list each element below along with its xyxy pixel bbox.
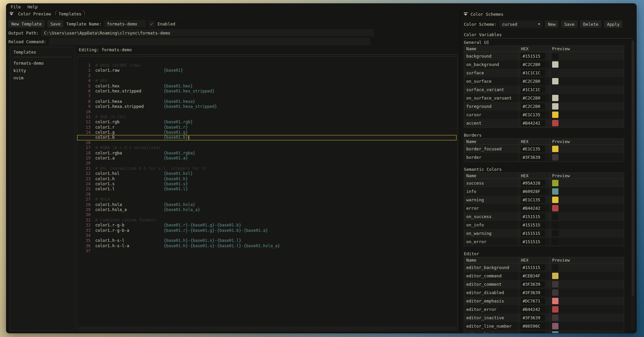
- color-swatch[interactable]: [552, 180, 558, 186]
- scheme-save-button[interactable]: Save: [561, 20, 577, 28]
- code-line-25[interactable]: 25color1.l{base01.l}: [77, 187, 457, 192]
- color-swatch[interactable]: [552, 197, 558, 203]
- color-swatch[interactable]: [552, 315, 558, 321]
- color-swatch[interactable]: [552, 289, 558, 296]
- template-name-input[interactable]: formats-demo: [104, 20, 146, 27]
- color-swatch[interactable]: [552, 264, 558, 271]
- code-line-9[interactable]: 9color1.hexa.stripped{base01.hexa_stripp…: [77, 104, 457, 109]
- code-line-8[interactable]: 8color1.hexa{base01.hexa}: [77, 99, 457, 104]
- hex-value-input[interactable]: #1C1C1C: [521, 86, 545, 93]
- code-line-4[interactable]: 4# HEX: [77, 78, 457, 83]
- code-line-24[interactable]: 24color1.s{base01.s}: [77, 182, 457, 187]
- code-line-30[interactable]: 30: [77, 212, 457, 217]
- hex-value-input[interactable]: #C2C2B0: [521, 78, 545, 84]
- color-swatch[interactable]: [552, 188, 558, 195]
- hex-value-input[interactable]: #C2C2B0: [521, 95, 545, 101]
- color-swatch[interactable]: [552, 205, 558, 211]
- code-line-7[interactable]: 7: [77, 94, 457, 99]
- hex-value-input[interactable]: #E1C135: [521, 112, 545, 118]
- color-swatch[interactable]: [552, 112, 558, 118]
- color-swatch[interactable]: [552, 86, 558, 93]
- color-scheme-select[interactable]: cursed ▼: [499, 20, 542, 28]
- code-line-35[interactable]: 35color1.h-s-l{base01.h}-{base01.s}-{bas…: [77, 238, 457, 243]
- hex-value-input[interactable]: #CEB34F: [521, 273, 545, 279]
- tab-templates[interactable]: Templates: [56, 11, 85, 17]
- color-swatch[interactable]: [552, 120, 558, 126]
- code-line-29[interactable]: 29color1.hsla_a{base01.hsla_a}: [77, 207, 457, 212]
- color-swatch[interactable]: [552, 53, 558, 59]
- collapse-window-icon[interactable]: [464, 12, 468, 16]
- color-swatch[interactable]: [552, 103, 558, 110]
- hex-value-input[interactable]: #B44242: [521, 205, 545, 211]
- color-swatch[interactable]: [552, 230, 558, 237]
- menu-item-help[interactable]: Help: [28, 4, 38, 9]
- color-swatch[interactable]: [552, 213, 558, 220]
- hex-value-input[interactable]: #3F3639: [521, 289, 545, 296]
- hex-value-input[interactable]: #86596C: [521, 323, 545, 329]
- code-line-13[interactable]: 13color1.r{base01.r}: [77, 125, 457, 130]
- template-list-item-formats-demo[interactable]: formats-demo: [13, 59, 71, 67]
- save-template-button[interactable]: Save: [47, 20, 63, 27]
- enabled-checkbox[interactable]: ✔: [149, 21, 155, 27]
- code-line-1[interactable]: 1# BASE COLORS (raw): [77, 63, 457, 68]
- code-line-2[interactable]: 2color1.raw{base01}: [77, 68, 457, 73]
- code-line-15[interactable]: color1.b{base01.b}: [77, 135, 457, 140]
- code-line-21[interactable]: 21# HSL (normalized 0-1 for s,l, integer…: [77, 166, 457, 171]
- color-swatch[interactable]: [552, 239, 558, 245]
- code-line-16[interactable]: 16: [77, 140, 457, 145]
- code-line-14[interactable]: 14color1.g{base01.g}: [77, 130, 457, 135]
- code-line-36[interactable]: 36color1.h-s-l-a{base01.h}-{base01.s}-{b…: [77, 244, 457, 249]
- color-swatch[interactable]: [552, 78, 558, 84]
- reload-command-input[interactable]: [49, 38, 370, 45]
- hex-value-input[interactable]: #3F3639: [521, 315, 545, 321]
- hex-value-input[interactable]: #C2C2B0: [521, 61, 545, 68]
- code-editor[interactable]: 1# BASE COLORS (raw)2color1.raw{base01}3…: [77, 56, 458, 331]
- hex-value-input[interactable]: #C2C2B0: [521, 103, 545, 110]
- hex-value-input[interactable]: #151515: [521, 239, 545, 245]
- code-line-34[interactable]: 34: [77, 233, 457, 238]
- color-swatch[interactable]: [552, 281, 558, 287]
- code-line-22[interactable]: 22color1.hsl{base01.hsl}: [77, 171, 457, 176]
- hex-value-input[interactable]: #B44242: [521, 120, 545, 126]
- code-line-37[interactable]: 37: [77, 249, 457, 254]
- code-line-12[interactable]: 12color1.rgb{base01.rgb}: [77, 120, 457, 125]
- color-swatch[interactable]: [552, 273, 558, 279]
- code-line-11[interactable]: 11# RGB (0-255): [77, 115, 457, 120]
- horizontal-scrollbar[interactable]: [78, 327, 457, 330]
- hex-value-input[interactable]: #151515: [521, 264, 545, 271]
- color-swatch[interactable]: [552, 331, 558, 333]
- code-line-3[interactable]: 3: [77, 73, 457, 78]
- scheme-delete-button[interactable]: Delete: [580, 20, 601, 28]
- hex-value-input[interactable]: #DC7671: [521, 298, 545, 304]
- hex-value-input[interactable]: #E1C135: [521, 197, 545, 203]
- scheme-apply-button[interactable]: Apply: [604, 20, 623, 28]
- hex-value-input[interactable]: #95A328: [521, 180, 545, 186]
- color-swatch[interactable]: [552, 154, 558, 160]
- code-line-33[interactable]: 33color1.r-g-b-a{base01.r}-{base01.g}-{b…: [77, 228, 457, 233]
- hex-value-input[interactable]: #151515: [521, 213, 545, 220]
- color-swatch[interactable]: [552, 146, 558, 152]
- code-line-10[interactable]: 10: [77, 110, 457, 115]
- hex-value-input[interactable]: #3F3639: [521, 154, 545, 160]
- code-line-27[interactable]: 27# HSLA: [77, 197, 457, 202]
- hex-value-input[interactable]: #E1C135: [521, 146, 545, 152]
- color-swatch[interactable]: [552, 323, 558, 329]
- template-list-item-nvim[interactable]: nvim: [13, 74, 71, 81]
- hex-value-input[interactable]: #60928F: [521, 331, 545, 333]
- hex-value-input[interactable]: #60928F: [521, 188, 545, 195]
- code-line-19[interactable]: 19color1.a{base01.a}: [77, 156, 457, 161]
- code-line-6[interactable]: 6color1.hex.stripped{base01.hex_stripped…: [77, 89, 457, 94]
- code-line-17[interactable]: 17# RGBA (A = 0-1 normalized): [77, 145, 457, 150]
- code-line-23[interactable]: 23color1.h{base01.h}: [77, 177, 457, 182]
- hex-value-input[interactable]: #1C1C1C: [521, 70, 545, 76]
- template-list-item-kitty[interactable]: kitty: [13, 67, 71, 74]
- code-line-32[interactable]: 32color1.r-g-b{base01.r}-{base01.g}-{bas…: [77, 223, 457, 228]
- vertical-scrollbar[interactable]: [631, 40, 635, 330]
- color-swatch[interactable]: [552, 61, 558, 68]
- code-line-31[interactable]: 31# Combined custom formats: [77, 218, 457, 223]
- tab-color-preview[interactable]: Color Preview: [17, 11, 52, 17]
- color-swatch[interactable]: [552, 95, 558, 101]
- code-line-28[interactable]: 28color1.hsla{base01.hsla}: [77, 202, 457, 207]
- code-line-20[interactable]: 20: [77, 161, 457, 166]
- collapse-window-icon[interactable]: [10, 12, 13, 16]
